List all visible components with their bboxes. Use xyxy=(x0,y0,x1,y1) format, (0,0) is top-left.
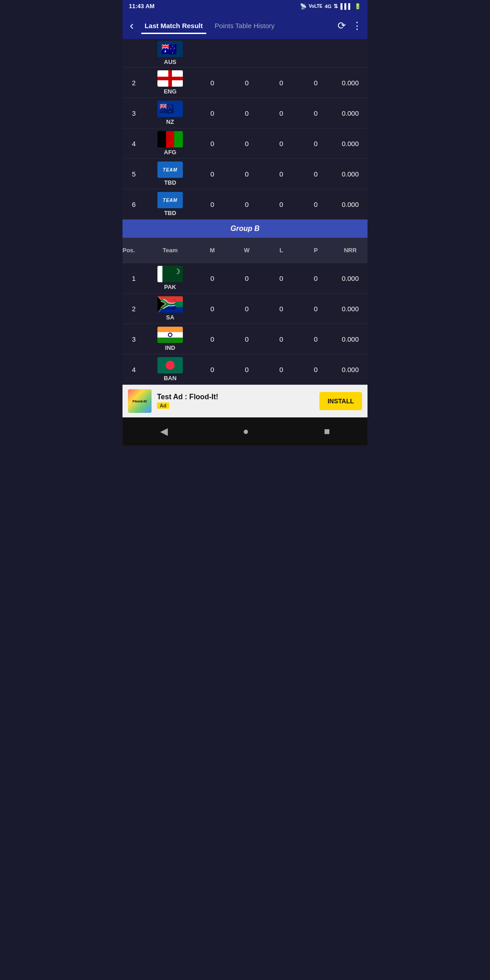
ban-circle xyxy=(166,361,175,370)
l-tbd2: 0 xyxy=(264,201,299,208)
m-eng: 0 xyxy=(195,79,230,87)
m-afg: 0 xyxy=(195,140,230,147)
flag-ind xyxy=(157,327,183,343)
team-row-eng: 2 ENG 0 0 0 0 0.000 xyxy=(122,68,368,98)
w-eng: 0 xyxy=(230,79,264,87)
pos-tbd2: 6 xyxy=(122,201,145,208)
flag-afg-red xyxy=(166,131,175,147)
time-display: 11:43 AM xyxy=(129,3,155,10)
tab-points-table-history[interactable]: Points Table History xyxy=(211,19,278,32)
m-ban: 0 xyxy=(195,366,230,373)
pak-crescent: ☽ xyxy=(174,267,180,276)
team-row-aus: AUS xyxy=(122,39,368,68)
status-bar: 11:43 AM 📡 VoLTE 4G ⇅ ▌▌▌ 🔋 xyxy=(122,0,368,12)
nrr-afg: 0.000 xyxy=(333,140,368,147)
w-tbd2: 0 xyxy=(230,201,264,208)
team-ind: IND xyxy=(145,327,195,351)
pos-nz: 3 xyxy=(122,109,145,117)
ad-icon-label: Flood-It! xyxy=(132,399,147,403)
flag-pak-green: ☽ xyxy=(162,266,183,282)
ad-install-button[interactable]: INSTALL xyxy=(319,392,362,410)
nav-back-button[interactable]: ◀ xyxy=(151,423,177,440)
w-ind: 0 xyxy=(230,335,264,343)
flag-sa xyxy=(157,296,183,313)
m-ind: 0 xyxy=(195,335,230,343)
flag-eng xyxy=(157,70,183,87)
tab-bar: Last Match Result Points Table History xyxy=(141,19,332,32)
ind-orange xyxy=(157,327,183,332)
p-tbd1: 0 xyxy=(299,170,333,178)
toolbar-icons: ⟳ ⋮ xyxy=(338,20,362,32)
l-tbd1: 0 xyxy=(264,170,299,178)
ad-badge: Ad xyxy=(157,402,169,409)
code-nz: NZ xyxy=(166,118,174,125)
pos-sa: 2 xyxy=(122,305,145,313)
team-sa: SA xyxy=(145,296,195,321)
pos-ban: 4 xyxy=(122,366,145,373)
p-pak: 0 xyxy=(299,274,333,282)
back-button[interactable]: ‹ xyxy=(128,17,136,34)
pos-tbd1: 5 xyxy=(122,170,145,178)
header-l: L xyxy=(264,247,299,254)
nrr-pak: 0.000 xyxy=(333,274,368,282)
flag-tbd1: TEAM xyxy=(157,162,183,178)
pos-eng: 2 xyxy=(122,79,145,87)
flag-tbd2: TEAM xyxy=(157,192,183,208)
header-m: M xyxy=(195,247,230,254)
network-icon: 📡 xyxy=(300,3,307,10)
w-tbd1: 0 xyxy=(230,170,264,178)
w-sa: 0 xyxy=(230,305,264,313)
code-aus: AUS xyxy=(164,59,176,65)
nrr-eng: 0.000 xyxy=(333,79,368,87)
app-bar: ‹ Last Match Result Points Table History… xyxy=(122,12,368,39)
nav-recent-button[interactable]: ■ xyxy=(315,423,339,440)
l-nz: 0 xyxy=(264,109,299,117)
header-w: W xyxy=(230,247,264,254)
m-nz: 0 xyxy=(195,109,230,117)
team-row-tbd2: 6 TEAM TBD 0 0 0 0 0.000 xyxy=(122,189,368,220)
pos-pak: 1 xyxy=(122,274,145,282)
team-eng: ENG xyxy=(145,70,195,95)
team-nz: NZ xyxy=(145,101,195,125)
header-pos: Pos. xyxy=(122,242,145,258)
pos-afg: 4 xyxy=(122,140,145,147)
ind-white xyxy=(157,332,183,338)
refresh-icon[interactable]: ⟳ xyxy=(338,20,346,32)
l-pak: 0 xyxy=(264,274,299,282)
sa-black xyxy=(157,296,165,313)
more-options-icon[interactable]: ⋮ xyxy=(352,20,362,32)
nrr-nz: 0.000 xyxy=(333,109,368,117)
flag-nz xyxy=(157,101,183,117)
w-afg: 0 xyxy=(230,140,264,147)
l-eng: 0 xyxy=(264,79,299,87)
l-afg: 0 xyxy=(264,140,299,147)
column-header-row: Pos. Team M W L P NRR xyxy=(122,238,368,263)
team-row-sa: 2 SA 0 0 0 0 0.000 xyxy=(122,294,368,324)
code-pak: PAK xyxy=(164,284,176,290)
nrr-tbd1: 0.000 xyxy=(333,170,368,178)
header-nrr: NRR xyxy=(333,247,368,254)
nav-home-button[interactable]: ● xyxy=(234,423,258,440)
code-tbd2: TBD xyxy=(164,210,176,216)
points-table-container: AUS 2 ENG 0 0 0 0 0.000 3 NZ 0 0 0 0 0.0… xyxy=(122,39,368,385)
code-ind: IND xyxy=(165,344,175,351)
m-pak: 0 xyxy=(195,274,230,282)
team-row-afg: 4 AFG 0 0 0 0 0.000 xyxy=(122,128,368,159)
p-sa: 0 xyxy=(299,305,333,313)
ind-ashoka-wheel xyxy=(168,333,172,337)
tab-last-match-result[interactable]: Last Match Result xyxy=(141,19,206,32)
p-nz: 0 xyxy=(299,109,333,117)
team-row-ban: 4 BAN 0 0 0 0 0.000 xyxy=(122,354,368,385)
flag-pak: ☽ xyxy=(157,266,183,282)
nrr-tbd2: 0.000 xyxy=(333,201,368,208)
flag-ban xyxy=(157,357,183,373)
nrr-ind: 0.000 xyxy=(333,335,368,343)
pos-ind: 3 xyxy=(122,335,145,343)
nrr-sa: 0.000 xyxy=(333,305,368,313)
group-b-header: Group B xyxy=(122,220,368,238)
m-sa: 0 xyxy=(195,305,230,313)
flag-afg-green xyxy=(174,131,183,147)
header-p: P xyxy=(299,247,333,254)
l-ban: 0 xyxy=(264,366,299,373)
tbd-label1: TEAM xyxy=(163,167,177,172)
